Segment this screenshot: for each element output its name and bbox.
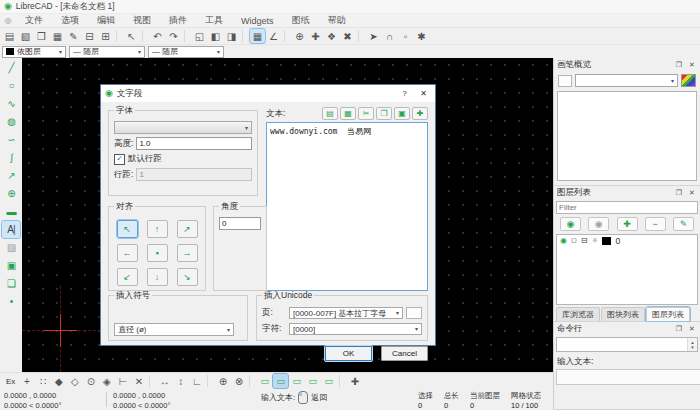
add-view-button[interactable]: ✚ [347, 374, 362, 388]
redo-button[interactable]: ↷ [166, 29, 181, 43]
view-2-button[interactable]: ▭ [273, 374, 288, 388]
tab-layer-list[interactable]: 图层列表 [646, 307, 690, 321]
circle-center-tool-button[interactable]: ⊕ [2, 185, 20, 202]
snap-intersection-button[interactable]: ✕ [131, 374, 146, 388]
open-button[interactable]: ❒ [34, 29, 49, 43]
copy-text-button[interactable]: ❐ [376, 107, 392, 120]
align-bottom-left-button[interactable]: ↙ [117, 268, 138, 286]
command-history[interactable]: ▴ ▾ [556, 337, 698, 352]
line-width-combo[interactable]: — 随层 ▾ [69, 46, 145, 58]
freehand-tool-button[interactable]: ∽ [2, 131, 20, 148]
float-panel-icon[interactable]: ❐ [674, 189, 684, 197]
pen-combo[interactable]: ▾ [575, 74, 678, 87]
layer-visible-icon[interactable]: ◉ [560, 237, 567, 245]
undo-button[interactable]: ↶ [150, 29, 165, 43]
menu-app-icon[interactable]: ◎ [0, 16, 16, 25]
command-input[interactable] [556, 369, 700, 385]
tab-block-list[interactable]: 图块列表 [601, 307, 645, 321]
menu-plugins[interactable]: 插件 [160, 14, 196, 27]
menu-tools[interactable]: 工具 [196, 14, 232, 27]
snap-distance-button[interactable]: ⊢ [115, 374, 130, 388]
remove-layer-button[interactable]: − [645, 217, 666, 231]
new-from-template-button[interactable]: ▧ [18, 29, 33, 43]
view-5-button[interactable]: ▭ [321, 374, 336, 388]
select-window-button[interactable]: ▫ [398, 29, 413, 43]
layer-color-combo[interactable]: 依图层 ▾ [2, 46, 66, 58]
unicode-char-combo[interactable]: [0000] ▾ [289, 323, 422, 335]
layer-lock-icon[interactable]: Ω [571, 237, 577, 245]
spin-down-icon[interactable]: ▾ [691, 345, 694, 350]
layer-construction-icon[interactable]: ✳ [592, 237, 599, 245]
pen-list[interactable] [557, 91, 697, 181]
close-panel-icon[interactable]: ✕ [687, 325, 697, 333]
layer-color-swatch[interactable] [602, 237, 611, 245]
grid-toggle-button[interactable]: ▦ [250, 29, 265, 43]
cancel-button[interactable]: Cancel [381, 346, 428, 361]
save-text-button[interactable]: ▦ [340, 107, 356, 120]
insert-text-button[interactable]: ✚ [412, 107, 428, 120]
align-middle-left-button[interactable]: ← [117, 244, 138, 262]
snap-on-entity-button[interactable]: ◇ [67, 374, 82, 388]
tab-library-browser[interactable]: 库浏览器 [556, 307, 600, 321]
text-tool-button[interactable]: A| [2, 221, 20, 238]
height-input[interactable] [136, 137, 252, 150]
align-bottom-right-button[interactable]: ↘ [177, 268, 198, 286]
block-tool-button[interactable]: ❏ [2, 275, 20, 292]
menu-widgets[interactable]: Widgets [232, 14, 283, 27]
snap-center-button[interactable]: ⊙ [83, 374, 98, 388]
load-text-button[interactable]: ▤ [322, 107, 338, 120]
menu-options[interactable]: 选项 [52, 14, 88, 27]
menu-help[interactable]: 帮助 [319, 14, 355, 27]
circle-tool-button[interactable]: ○ [2, 77, 20, 94]
view-4-button[interactable]: ▭ [305, 374, 320, 388]
paste-text-button[interactable]: ▣ [394, 107, 410, 120]
cut-text-button[interactable]: ✂ [358, 107, 374, 120]
previous-view-button[interactable]: ◧ [208, 29, 223, 43]
arc-handles-button[interactable]: ∩ [382, 29, 397, 43]
ok-button[interactable]: OK [325, 346, 372, 361]
exclusive-snap-button[interactable]: Ex [3, 374, 18, 388]
show-all-layers-button[interactable]: ◉ [560, 217, 581, 231]
snap-pointer-button[interactable]: ➤ [366, 29, 381, 43]
print-preview-button[interactable]: ⊞ [98, 29, 113, 43]
layer-row[interactable]: ◉ Ω ⊟ ✳ 0 [557, 235, 697, 247]
move-rotate-button[interactable]: ✚ [308, 29, 323, 43]
pan-button[interactable]: ✱ [414, 29, 429, 43]
angle-input[interactable] [219, 217, 261, 230]
restrict-orthogonal-button[interactable]: ∟ [189, 374, 204, 388]
line-type-combo[interactable]: — 随层 ▾ [148, 46, 224, 58]
restrict-nothing-button[interactable]: ⊕ [292, 29, 307, 43]
text-content-area[interactable]: www.downyi.com 当易网 [266, 122, 428, 291]
layer-list[interactable]: ◉ Ω ⊟ ✳ 0 [556, 234, 698, 305]
restrict-vertical-button[interactable]: ↕ [173, 374, 188, 388]
window-zoom-button[interactable]: ◨ [224, 29, 239, 43]
edit-layer-button[interactable]: ✎ [673, 217, 694, 231]
restrict-horizontal-button[interactable]: ↔ [157, 374, 172, 388]
point-tool-button[interactable]: • [2, 293, 20, 310]
ellipse-tool-button[interactable]: ◍ [2, 113, 20, 130]
layer-print-icon[interactable]: ⊟ [581, 237, 588, 245]
menu-view[interactable]: 视图 [124, 14, 160, 27]
default-spacing-checkbox[interactable]: ✓ [114, 154, 125, 165]
align-top-left-button[interactable]: ↖ [117, 220, 138, 238]
add-layer-button[interactable]: ✚ [617, 217, 638, 231]
polyline-tool-button[interactable]: ∫ [2, 149, 20, 166]
view-3-button[interactable]: ▭ [289, 374, 304, 388]
dialog-help-button[interactable]: ? [397, 89, 412, 98]
unicode-insert-button[interactable] [406, 307, 422, 319]
draft-mode-button[interactable]: ∠ [266, 29, 281, 43]
dimension-tool-button[interactable]: ▬ [2, 203, 20, 220]
pointer-button[interactable]: ↖ [124, 29, 139, 43]
new-file-button[interactable]: ▤ [2, 29, 17, 43]
float-panel-icon[interactable]: ❐ [674, 325, 684, 333]
align-top-right-button[interactable]: ↗ [177, 220, 198, 238]
print-button[interactable]: ⊟ [82, 29, 97, 43]
snap-middle-button[interactable]: ◈ [99, 374, 114, 388]
float-panel-icon[interactable]: ❐ [674, 61, 684, 69]
line-tool-button[interactable]: ╱ [2, 59, 20, 76]
dialog-title-bar[interactable]: ◉ 文字段 ? ✕ [101, 85, 435, 102]
font-combo[interactable]: ▾ [114, 121, 252, 134]
align-top-center-button[interactable]: ↑ [147, 220, 168, 238]
snap-grid-button[interactable]: ∷ [35, 374, 50, 388]
rotate-two-button[interactable]: ❖ [324, 29, 339, 43]
